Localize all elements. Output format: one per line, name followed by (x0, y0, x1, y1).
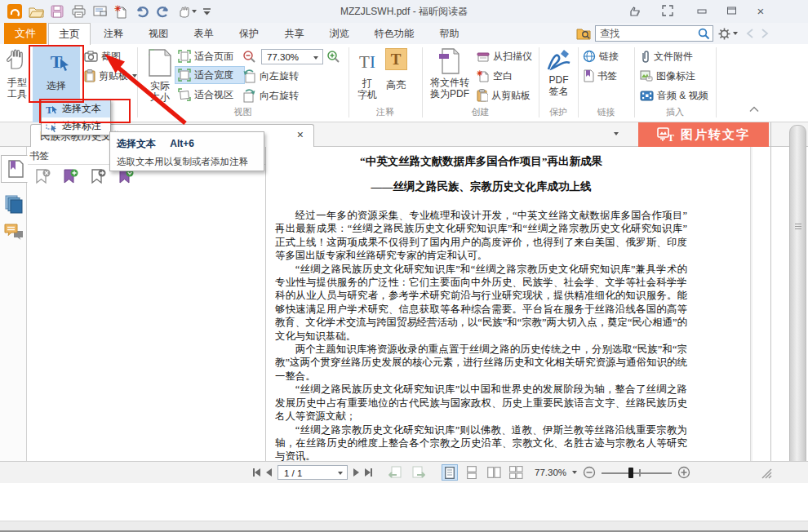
continuous-view-button[interactable] (464, 464, 480, 481)
from-scanner-button[interactable]: 从扫描仪 (477, 47, 532, 65)
zoom-in-icon[interactable] (326, 50, 340, 64)
image-to-text-button[interactable]: T 图片转文字 (638, 122, 769, 147)
tab-share[interactable]: 共享 (273, 23, 315, 44)
link-button[interactable]: 链接 (583, 47, 619, 65)
expand-bookmarks-icon[interactable] (118, 169, 135, 185)
desktop-strip (0, 521, 808, 532)
new-document-icon[interactable]: ✳ (111, 3, 131, 20)
foxit-logo-icon[interactable] (5, 3, 24, 20)
rotate-right-button[interactable]: 向右旋转 (242, 86, 299, 104)
highlight-icon: T (385, 48, 407, 70)
tab-comment[interactable]: 注释 (92, 23, 135, 44)
previous-view-icon (388, 466, 404, 479)
pdf-page[interactable]: “中英文丝路文献数据库多国合作项目”再出新成果 ——丝绸之路民族、宗教历史文化库… (267, 147, 753, 461)
zoom-out-icon[interactable] (242, 50, 256, 64)
search-folder-icon[interactable] (576, 27, 591, 40)
fit-visible-button[interactable]: 适合视区 (178, 86, 233, 104)
fullscreen-icon[interactable] (658, 3, 677, 18)
from-clipboard-button[interactable]: 从剪贴板 (477, 86, 531, 104)
tab-features[interactable]: 特色功能 (363, 23, 425, 44)
fit-width-button[interactable]: 适合宽度 (175, 66, 245, 84)
status-zoom-caret[interactable] (572, 471, 577, 474)
clipboard-caret[interactable] (132, 74, 137, 78)
select-dropdown-menu: T 选择文本 选择标注 (41, 100, 111, 135)
convert-to-pdf-button[interactable]: 将文件转 换为PDF (426, 46, 473, 100)
bookmark-button[interactable]: 书签 (583, 67, 617, 85)
print-icon[interactable] (69, 3, 88, 20)
share-hand-icon[interactable] (625, 3, 645, 18)
page-combo-caret[interactable] (338, 472, 343, 475)
next-view-icon (410, 466, 425, 479)
bookmarks-panel-tab[interactable] (1, 155, 28, 183)
file-attachment-button[interactable]: 文件附件 (640, 47, 693, 65)
delete-bookmark-icon[interactable] (34, 169, 52, 185)
tab-protect[interactable]: 保护 (228, 23, 270, 44)
actual-size-button[interactable]: 实际 大小 (142, 46, 178, 103)
highlight-button[interactable]: T 高亮 (382, 46, 410, 92)
add-bookmark-icon[interactable] (62, 169, 80, 185)
email-icon[interactable] (90, 3, 109, 20)
tab-list-caret[interactable] (614, 132, 619, 135)
tab-help[interactable]: 帮助 (428, 23, 470, 44)
document-viewport[interactable]: “中英文丝路文献数据库多国合作项目”再出新成果 ——丝绸之路民族、宗教历史文化库… (267, 147, 753, 461)
previous-page-button[interactable] (266, 468, 272, 477)
open-file-icon[interactable] (26, 3, 46, 20)
redo-icon[interactable] (153, 3, 173, 20)
tab-browse[interactable]: 浏览 (318, 23, 361, 44)
first-page-button[interactable] (253, 468, 260, 477)
document-paragraph: “丝绸之路宗教历史文化研究知识库”则以佛教、道教、伊斯兰教等丝路沿线重要宗教为轴… (275, 423, 687, 462)
hand-tool-quick-icon[interactable] (175, 3, 199, 20)
facing-view-button[interactable] (486, 464, 502, 481)
right-panel-bar[interactable] (789, 125, 806, 481)
single-page-view-button[interactable] (442, 464, 458, 481)
hand-tool-button[interactable]: 手型 工具 (3, 46, 31, 100)
tab-file[interactable]: 文件 (4, 23, 47, 44)
customize-toolbar-icon[interactable] (201, 3, 212, 20)
minimize-button[interactable] (692, 3, 712, 18)
audio-video-button[interactable]: 音频 & 视频 (640, 86, 708, 104)
pages-panel-tab[interactable] (4, 194, 24, 214)
zoom-level-combobox[interactable]: 77.30% (261, 49, 323, 64)
screenshot-button[interactable]: 截图 (84, 47, 121, 65)
page-number-combobox[interactable]: 1 / 1 (277, 465, 348, 480)
status-bar: 1 / 1 77.30% (0, 461, 808, 483)
menu-item-select-annotation[interactable]: 选择标注 (42, 117, 110, 135)
status-zoom-in-icon[interactable] (677, 466, 690, 479)
comments-panel-tab[interactable] (4, 222, 24, 242)
file-attachment-label: 文件附件 (654, 50, 693, 64)
close-button[interactable]: × (751, 3, 770, 18)
restore-button[interactable] (721, 3, 741, 18)
fit-visible-icon (178, 88, 191, 101)
last-page-button[interactable] (365, 468, 372, 477)
next-page-button[interactable] (353, 468, 359, 477)
zoom-slider[interactable] (602, 466, 672, 479)
resize-grip[interactable] (759, 466, 772, 479)
clipboard-button[interactable]: 剪贴板 (84, 67, 137, 85)
zoom-combo-caret[interactable] (313, 56, 318, 60)
menu-item-select-text[interactable]: T 选择文本 (42, 100, 110, 117)
status-zoom-out-icon[interactable] (583, 466, 596, 479)
undo-icon[interactable] (132, 3, 152, 20)
vertical-scrollbar[interactable] (750, 147, 753, 461)
tooltip-shortcut: Alt+6 (170, 138, 194, 149)
search-input[interactable] (595, 25, 713, 42)
link-label: 链接 (599, 50, 619, 64)
collapse-ribbon-icon[interactable] (749, 106, 759, 113)
save-icon[interactable] (47, 3, 67, 20)
search-icon[interactable] (698, 28, 710, 40)
tab-home[interactable]: 主页 (48, 23, 91, 45)
tab-view[interactable]: 视图 (137, 23, 180, 44)
search-settings-gear-icon[interactable] (718, 28, 738, 40)
export-bookmark-icon[interactable] (90, 169, 108, 185)
group-label-protect: 保护 (539, 106, 578, 118)
continuous-facing-view-button[interactable] (508, 464, 524, 481)
rotate-left-button[interactable]: 向左旋转 (242, 67, 299, 85)
typewriter-button[interactable]: TI 打 字机 (353, 46, 382, 100)
pdf-sign-button[interactable]: PDF 签名 (541, 46, 576, 97)
zoom-slider-handle[interactable] (628, 468, 633, 478)
tab-form[interactable]: 表单 (183, 23, 225, 44)
blank-page-button[interactable]: ✳ 空白 (477, 67, 513, 85)
image-annotation-button[interactable]: 图像标注 (640, 67, 695, 85)
fit-page-button[interactable]: 适合页面 (178, 47, 233, 65)
tab-close-icon[interactable]: × (297, 128, 304, 141)
